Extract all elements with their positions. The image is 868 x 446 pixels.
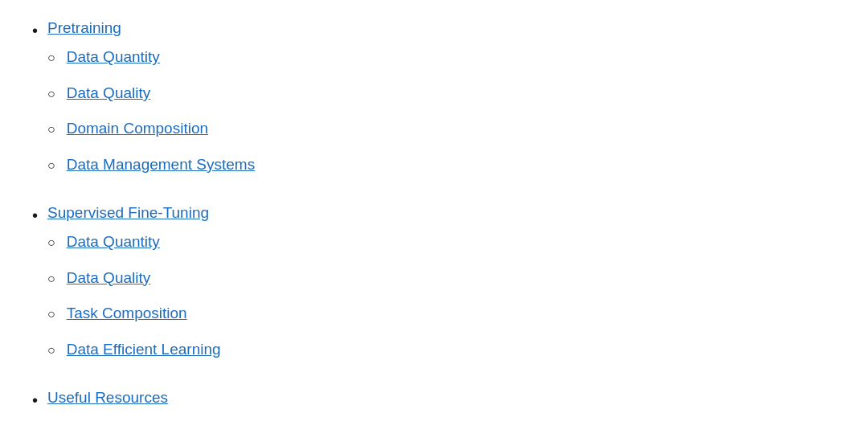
data-quantity-pre-link[interactable]: Data Quantity [67, 45, 160, 69]
sft-sub-list: Data Quantity Data Quality Task Composit… [47, 230, 221, 373]
pretraining-section: Pretraining Data Quantity Data Quality D… [47, 16, 255, 188]
pretraining-sub-list: Data Quantity Data Quality Domain Compos… [47, 45, 255, 188]
useful-resources-link[interactable]: Useful Resources [47, 386, 168, 410]
sub-item-data-quantity-pre: Data Quantity [47, 45, 255, 69]
task-composition-link[interactable]: Task Composition [67, 301, 187, 325]
sub-item-data-management: Data Management Systems [47, 153, 255, 177]
data-quantity-sft-link[interactable]: Data Quantity [67, 230, 160, 254]
data-quality-sft-link[interactable]: Data Quality [67, 266, 151, 290]
pretraining-link[interactable]: Pretraining [47, 16, 255, 40]
sub-item-data-efficient-learning: Data Efficient Learning [47, 338, 221, 362]
nav-item-pretraining: Pretraining Data Quantity Data Quality D… [32, 16, 836, 188]
data-management-link[interactable]: Data Management Systems [67, 153, 255, 177]
sft-section: Supervised Fine-Tuning Data Quantity Dat… [47, 201, 221, 373]
sub-item-data-quality-pre: Data Quality [47, 81, 255, 105]
data-quality-pre-link[interactable]: Data Quality [67, 81, 151, 105]
sub-item-domain-composition: Domain Composition [47, 117, 255, 141]
main-nav-list: Pretraining Data Quantity Data Quality D… [32, 16, 836, 413]
sft-link[interactable]: Supervised Fine-Tuning [47, 201, 221, 225]
nav-item-useful-resources: Useful Resources [32, 386, 836, 413]
useful-resources-section: Useful Resources [47, 386, 168, 410]
sub-item-data-quantity-sft: Data Quantity [47, 230, 221, 254]
sub-item-data-quality-sft: Data Quality [47, 266, 221, 290]
nav-item-sft: Supervised Fine-Tuning Data Quantity Dat… [32, 201, 836, 373]
domain-composition-link[interactable]: Domain Composition [67, 117, 208, 141]
data-efficient-learning-link[interactable]: Data Efficient Learning [67, 338, 221, 362]
sub-item-task-composition: Task Composition [47, 301, 221, 325]
